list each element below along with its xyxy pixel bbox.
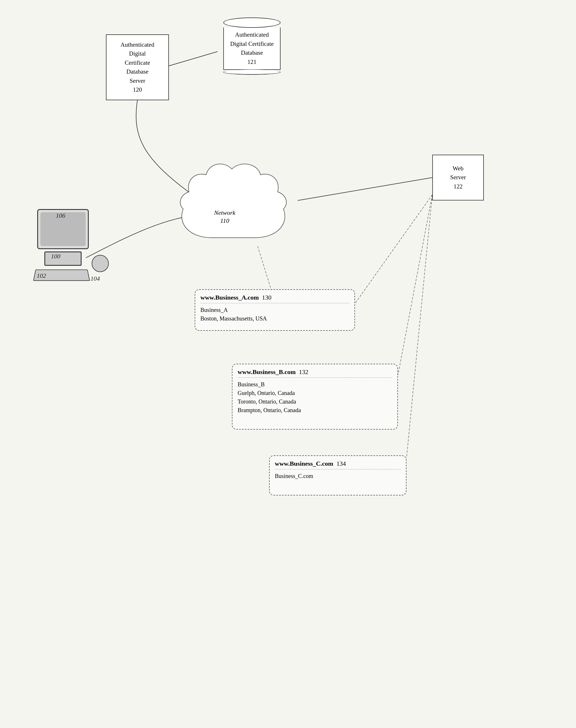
business-a-details: Business_A Boston, Massachusetts, USA [200, 306, 349, 323]
drive-label: 104 [90, 275, 100, 282]
business-c-url: www.Business_C.com 134 [275, 460, 401, 469]
svg-text:Network: Network [214, 209, 236, 216]
db-server-label: Authenticated Digital Certificate Databa… [120, 40, 154, 94]
svg-text:110: 110 [220, 217, 229, 224]
drive [92, 255, 109, 272]
business-b-url: www.Business_B.com 132 [238, 368, 392, 378]
svg-line-3 [398, 195, 432, 375]
business-c-details: Business_C.com [275, 472, 401, 480]
db-cylinder: Authenticated Digital Certificate Databa… [218, 17, 286, 75]
svg-line-0 [169, 52, 218, 66]
db-label: Authenticated Digital Certificate Databa… [230, 30, 274, 66]
svg-line-4 [406, 195, 432, 458]
business-c-box: www.Business_C.com 134 Business_C.com [269, 455, 406, 496]
business-b-details: Business_B Guelph, Ontario, Canada Toron… [238, 380, 392, 414]
network-cloud: Network 110 [172, 158, 304, 255]
svg-line-1 [298, 177, 432, 200]
computer-body-label: 100 [51, 253, 60, 260]
keyboard-label: 102 [37, 272, 46, 280]
svg-line-2 [355, 195, 432, 304]
web-server-label: Web Server 122 [450, 164, 466, 191]
business-a-box: www.Business_A.com 130 Business_A Boston… [195, 289, 355, 331]
business-b-box: www.Business_B.com 132 Business_B Guelph… [232, 364, 398, 429]
db-server-box: Authenticated Digital Certificate Databa… [106, 34, 169, 100]
web-server-box: Web Server 122 [432, 155, 484, 200]
monitor-label: 106 [56, 212, 65, 219]
business-a-url: www.Business_A.com 130 [200, 294, 349, 303]
computer-body [45, 251, 82, 266]
